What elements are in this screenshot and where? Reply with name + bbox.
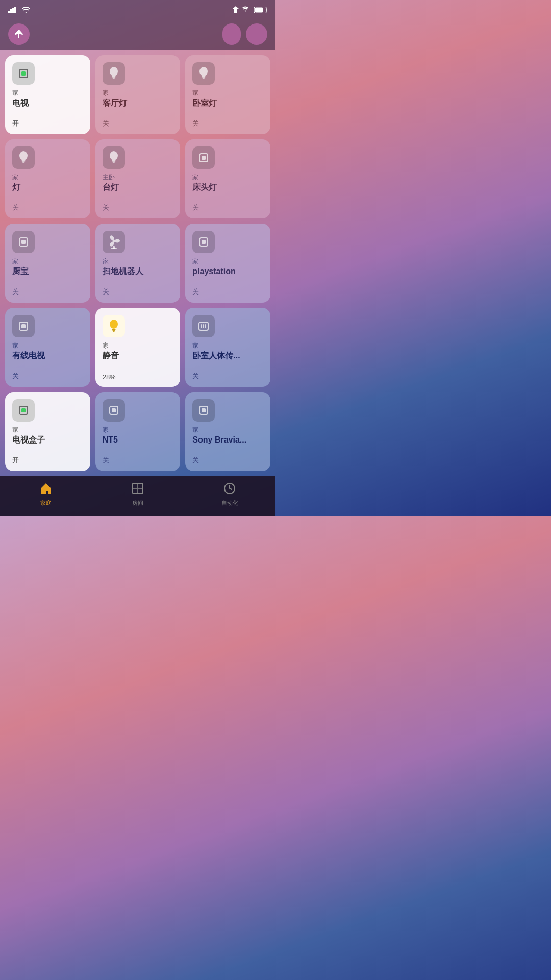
svg-rect-36 — [202, 240, 206, 244]
add-button[interactable] — [246, 23, 267, 45]
card-room-c4: 家 — [12, 173, 83, 182]
card-room-c11: 家 — [103, 341, 173, 350]
status-bar — [0, 0, 276, 18]
svg-rect-40 — [112, 329, 115, 330]
card-name-c14: NT5 — [103, 435, 173, 445]
card-name-c10: 有线电视 — [12, 351, 83, 360]
device-card-c5[interactable]: 主卧 台灯 关 — [95, 139, 181, 218]
nav-item-auto[interactable]: 自动化 — [184, 481, 276, 507]
nav-item-room[interactable]: 房间 — [92, 481, 184, 507]
svg-rect-23 — [112, 162, 115, 163]
card-room-c7: 家 — [12, 257, 83, 266]
card-icon-c15 — [192, 399, 263, 426]
edit-button[interactable] — [222, 23, 241, 45]
card-name-c1: 电视 — [12, 98, 83, 108]
svg-rect-11 — [112, 78, 115, 79]
card-status-c1: 开 — [12, 117, 83, 128]
nav-icon-home — [39, 481, 53, 498]
svg-rect-2 — [12, 8, 14, 13]
nav-label-room: 房间 — [132, 499, 143, 507]
svg-rect-1 — [10, 9, 12, 13]
location-button[interactable] — [8, 23, 30, 45]
card-status-c2: 关 — [103, 117, 173, 128]
card-icon-c8 — [103, 231, 173, 257]
card-name-c2: 客厅灯 — [103, 98, 173, 108]
svg-rect-16 — [203, 79, 205, 80]
device-card-c3[interactable]: 家 卧室灯 关 — [185, 55, 270, 134]
device-card-c9[interactable]: 家 playstation 关 — [185, 224, 270, 303]
svg-point-9 — [110, 67, 118, 76]
card-icon-c7 — [12, 231, 83, 257]
device-card-c6[interactable]: 家 床头灯 关 — [185, 139, 270, 218]
svg-rect-8 — [21, 71, 26, 76]
card-room-c6: 家 — [192, 173, 263, 182]
device-card-c7[interactable]: 家 厨宝 关 — [5, 224, 90, 303]
svg-rect-42 — [113, 331, 114, 332]
svg-rect-34 — [111, 248, 117, 249]
svg-rect-22 — [112, 160, 115, 162]
svg-rect-55 — [138, 488, 143, 494]
svg-rect-14 — [202, 76, 206, 78]
card-status-c8: 关 — [103, 285, 173, 297]
nav-label-auto: 自动化 — [221, 499, 238, 507]
card-icon-c6 — [192, 146, 263, 173]
card-name-c11: 静音 — [103, 351, 173, 360]
card-status-c6: 关 — [192, 201, 263, 212]
svg-rect-24 — [113, 163, 114, 164]
card-icon-c10 — [12, 315, 83, 341]
device-card-c4[interactable]: 家 灯 关 — [5, 139, 90, 218]
nav-item-home[interactable]: 家庭 — [0, 481, 92, 507]
card-icon-c4 — [12, 146, 83, 173]
svg-rect-19 — [22, 162, 25, 163]
svg-rect-50 — [112, 408, 116, 412]
card-icon-c3 — [192, 62, 263, 89]
card-room-c5: 主卧 — [103, 173, 173, 182]
svg-rect-45 — [203, 324, 204, 328]
card-icon-c14 — [103, 399, 173, 426]
svg-rect-54 — [133, 483, 138, 488]
card-room-c14: 家 — [103, 426, 173, 434]
card-status-c5: 关 — [103, 201, 173, 212]
device-card-c2[interactable]: 家 客厅灯 关 — [95, 55, 181, 134]
nav-icon-auto — [222, 481, 237, 498]
svg-rect-28 — [21, 240, 26, 244]
nav-label-home: 家庭 — [40, 499, 52, 507]
svg-rect-48 — [21, 408, 26, 412]
card-room-c13: 家 — [12, 426, 83, 434]
app-header — [0, 18, 276, 50]
device-card-c15[interactable]: 家 Sony Bravia... 关 — [185, 392, 270, 471]
card-room-c2: 家 — [103, 89, 173, 97]
svg-rect-46 — [205, 324, 206, 328]
card-room-c3: 家 — [192, 89, 263, 97]
card-icon-c2 — [103, 62, 173, 89]
device-card-c13[interactable]: 家 电视盒子 开 — [5, 392, 90, 471]
svg-point-21 — [110, 151, 118, 160]
svg-rect-5 — [267, 8, 268, 11]
device-grid: 家 电视 开 家 客厅灯 关 家 卧室灯 — [0, 50, 276, 471]
card-name-c9: playstation — [192, 266, 263, 276]
device-card-c14[interactable]: 家 NT5 关 — [95, 392, 181, 471]
status-carrier — [8, 7, 30, 13]
card-room-c1: 家 — [12, 89, 83, 97]
svg-rect-6 — [255, 7, 263, 12]
card-status-c4: 关 — [12, 201, 83, 212]
card-room-c12: 家 — [192, 341, 263, 350]
device-card-c10[interactable]: 家 有线电视 关 — [5, 308, 90, 387]
device-card-c12[interactable]: 家 卧室人体传... 关 — [185, 308, 270, 387]
card-room-c15: 家 — [192, 426, 263, 434]
card-icon-c11 — [103, 315, 173, 341]
card-name-c8: 扫地机器人 — [103, 266, 173, 276]
card-name-c3: 卧室灯 — [192, 98, 263, 108]
status-right — [233, 6, 267, 13]
svg-rect-26 — [202, 156, 206, 160]
device-card-c8[interactable]: 家 扫地机器人 关 — [95, 224, 181, 303]
card-name-c13: 电视盒子 — [12, 435, 83, 445]
nav-icon-room — [131, 481, 145, 498]
svg-rect-10 — [112, 76, 115, 78]
card-icon-c1 — [12, 62, 83, 89]
device-card-c1[interactable]: 家 电视 开 — [5, 55, 90, 134]
svg-rect-38 — [21, 324, 26, 328]
device-card-c11[interactable]: 家 静音 28% — [95, 308, 181, 387]
card-status-c12: 关 — [192, 370, 263, 381]
card-icon-c13 — [12, 399, 83, 426]
